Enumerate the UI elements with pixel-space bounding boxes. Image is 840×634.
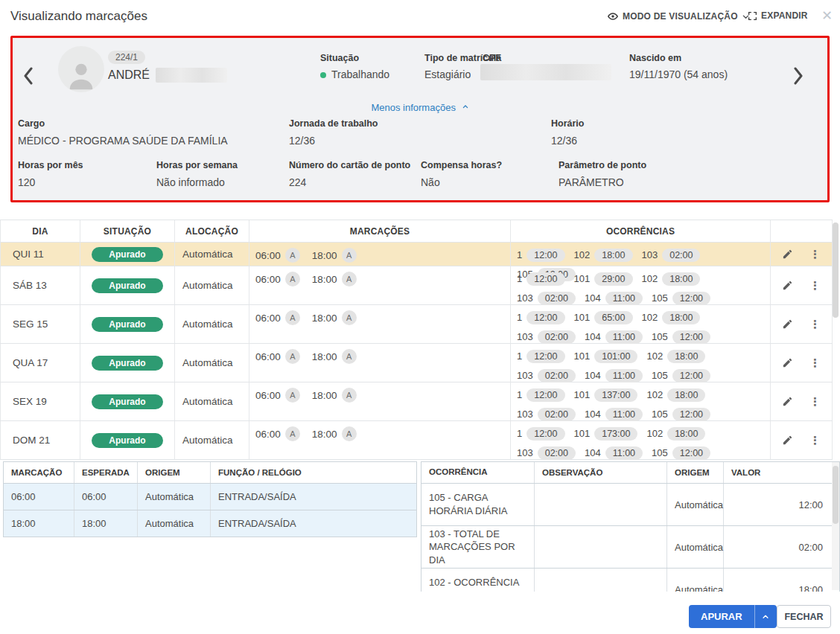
ocorrencia-code: 1: [517, 273, 522, 284]
marcacao-detail-table: MARCAÇÃO ESPERADA ORIGEM FUNÇÃO / RELÓGI…: [3, 461, 417, 537]
ocorrencia-detail-row[interactable]: 102 - OCORRÊNCIA PARA GERAR AAutomática1…: [421, 569, 840, 592]
status-badge: Apurado: [92, 247, 163, 262]
status-badge: Apurado: [92, 317, 163, 332]
marcacao-item: 06:00A: [255, 426, 300, 441]
table-row[interactable]: SEG 15ApuradoAutomática06:00A18:00A112:0…: [0, 305, 833, 344]
ocorrencia-item: 10165:00: [574, 310, 633, 325]
ocorrencia-item: 10218:00: [642, 271, 701, 286]
chevron-left-icon[interactable]: [20, 65, 36, 87]
edit-icon[interactable]: [782, 435, 793, 446]
marcacoes-cell: 06:00A18:00A: [249, 382, 511, 420]
cell: ENTRADA/SAÍDA: [211, 510, 416, 537]
marcacao-detail-row[interactable]: 18:0018:00AutomáticaENTRADA/SAÍDA: [3, 510, 417, 537]
ocorrencia-value: 02:00: [538, 292, 576, 305]
ocorrencia-value: 18:00: [594, 249, 632, 262]
more-options-icon[interactable]: ⋮: [809, 248, 821, 261]
col-marcacao: MARCAÇÃO: [4, 462, 74, 483]
more-options-icon[interactable]: ⋮: [809, 395, 821, 409]
marcacao-detail-row[interactable]: 06:0006:00AutomáticaENTRADA/SAÍDA: [3, 484, 417, 510]
ocorrencia-item: 10302:00: [517, 329, 576, 345]
less-info-link[interactable]: Menos informações: [13, 102, 827, 113]
marcacao-item: 18:00A: [312, 426, 357, 441]
expand-button[interactable]: EXPANDIR: [748, 10, 808, 21]
ocorrencia-code: 103: [517, 292, 533, 304]
employee-name: ANDRÉ: [108, 68, 227, 83]
marcacao-item: 18:00A: [312, 248, 357, 263]
ocorrencia-code: 104: [585, 447, 601, 458]
view-mode-button[interactable]: MODO DE VISUALIZAÇÃO: [607, 10, 750, 22]
ocorrencia-detail-row[interactable]: 103 - TOTAL DE MARCAÇÕES POR DIAAutomáti…: [421, 526, 840, 569]
more-options-icon[interactable]: ⋮: [809, 356, 821, 370]
ocorrencia-item: 10218:00: [642, 310, 701, 325]
compensa-label: Compensa horas?: [421, 160, 502, 170]
alocacao-cell: Automática: [175, 266, 249, 304]
ocorrencia-value: 18:00: [667, 427, 705, 441]
edit-icon[interactable]: [782, 249, 793, 260]
status-badge: Apurado: [92, 278, 163, 293]
ocorrencias-cell: 112:00101137:0010218:0010302:0010411:001…: [511, 382, 771, 420]
day-cell: QUI 11: [0, 243, 80, 266]
cpf-redacted: [480, 64, 611, 80]
edit-icon[interactable]: [782, 396, 793, 407]
more-options-icon[interactable]: ⋮: [809, 434, 821, 447]
col-observacao: OBSERVAÇÃO: [535, 462, 667, 483]
alocacao-cell: Automática: [175, 421, 249, 459]
employee-first-name: ANDRÉ: [108, 68, 150, 82]
marcacao-item: 06:00A: [255, 248, 300, 263]
ocorrencias-cell: 112:0010129:0010218:0010302:0010411:0010…: [511, 266, 771, 304]
edit-icon[interactable]: [782, 318, 793, 330]
nascido-label: Nascido em: [629, 53, 681, 63]
ocorrencia-value: 02:00: [538, 369, 576, 382]
chevron-right-icon[interactable]: [790, 65, 806, 87]
ocorrencia-value: 18:00: [662, 311, 700, 324]
jornada-value: 12/36: [289, 135, 315, 147]
table-row[interactable]: SÁB 13ApuradoAutomática06:00A18:00A112:0…: [0, 266, 833, 305]
edit-icon[interactable]: [782, 280, 793, 291]
expand-label: EXPANDIR: [761, 10, 808, 21]
status-badge: Apurado: [92, 356, 163, 371]
marcacao-origin-tag: A: [342, 310, 357, 325]
cell: Automática: [667, 569, 724, 592]
ocorrencia-detail-row[interactable]: 105 - CARGA HORÁRIA DIÁRIAAutomática12:0…: [421, 484, 840, 526]
ocorrencia-code: 102: [642, 312, 658, 323]
main-table-scrollbar[interactable]: [833, 222, 839, 318]
ocorrencia-item: 10218:00: [646, 426, 705, 441]
row-actions: ⋮: [771, 266, 833, 304]
ocorrencia-item: 112:00: [517, 426, 565, 441]
close-icon[interactable]: ✕: [821, 7, 833, 24]
parametro-value: PARÂMETRO: [559, 176, 624, 188]
ocorrencia-value: 173:00: [594, 427, 637, 441]
cell: 12:00: [724, 484, 839, 525]
status-badge: Apurado: [92, 433, 163, 448]
ocorrencia-item: 112:00: [517, 310, 565, 325]
table-row[interactable]: SEX 19ApuradoAutomática06:00A18:00A112:0…: [0, 382, 833, 421]
more-options-icon[interactable]: ⋮: [809, 279, 821, 292]
cell: 18:00: [4, 510, 74, 537]
fechar-button[interactable]: FECHAR: [777, 605, 831, 628]
ocorrencia-item: 10512:00: [652, 406, 710, 422]
table-row[interactable]: QUI 11ApuradoAutomática06:00A18:00A112:0…: [0, 243, 833, 266]
ocorrencia-table-scrollbar[interactable]: [833, 466, 839, 524]
horas-semana-label: Horas por semana: [156, 160, 238, 170]
col-dia: DIA: [0, 220, 80, 242]
ocorrencia-item: 10302:00: [642, 247, 701, 263]
apurar-button[interactable]: APURAR: [689, 605, 754, 628]
more-options-icon[interactable]: ⋮: [809, 318, 821, 331]
ocorrencia-value: 02:00: [538, 330, 576, 344]
marcacao-time: 18:00: [312, 351, 337, 362]
table-row[interactable]: QUA 17ApuradoAutomática06:00A18:00A112:0…: [0, 344, 833, 382]
marcacao-item: 06:00A: [255, 310, 300, 325]
cartao-ponto-label: Número do cartão de ponto: [289, 160, 410, 170]
ocorrencia-value: 18:00: [667, 388, 705, 402]
ocorrencia-code: 101: [574, 273, 591, 284]
marcacao-item: 18:00A: [312, 272, 357, 286]
marcacao-time: 06:00: [255, 274, 281, 285]
edit-icon[interactable]: [782, 357, 793, 368]
ocorrencia-code: 101: [574, 428, 591, 439]
apurar-dropdown-toggle[interactable]: [754, 605, 777, 628]
page-title: Visualizando marcações: [10, 9, 147, 24]
day-cell: SÁB 13: [0, 266, 80, 304]
table-row[interactable]: DOM 21ApuradoAutomática06:00A18:00A112:0…: [0, 421, 833, 460]
marcacao-origin-tag: A: [285, 272, 300, 286]
ocorrencia-code: 104: [585, 292, 601, 304]
